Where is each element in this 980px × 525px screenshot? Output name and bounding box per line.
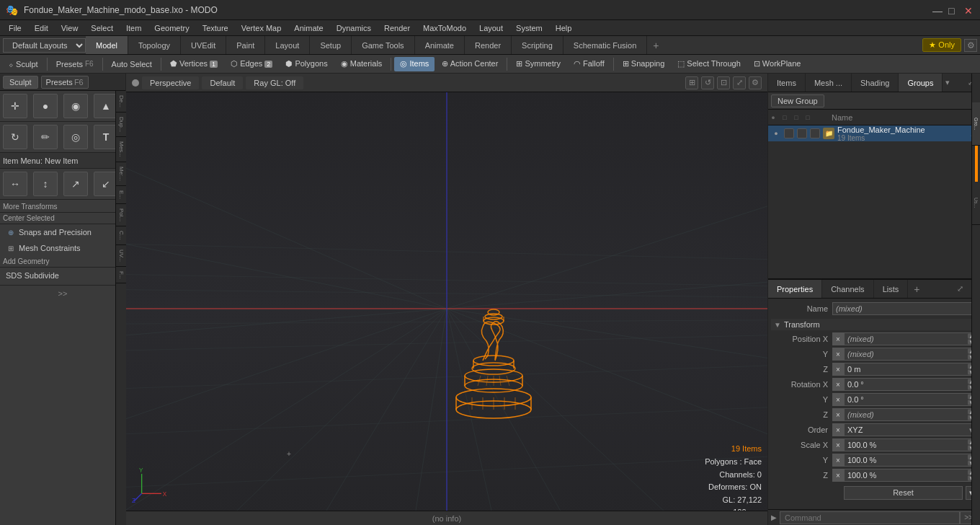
menu-maxtomodo[interactable]: MaxToModo	[417, 22, 472, 34]
tool-sphere[interactable]: ●	[33, 94, 58, 118]
scale-z-lock[interactable]: ×	[832, 469, 844, 482]
toolbar2-symmetry[interactable]: ⊞ Symmetry	[510, 57, 566, 71]
right-tab-gro[interactable]: Gro...	[972, 102, 980, 146]
tool-move[interactable]: ✛	[3, 94, 27, 118]
tab-game-tools[interactable]: Game Tools	[352, 36, 415, 54]
vp-ctrl-expand[interactable]: ⤢	[733, 76, 746, 89]
star-button[interactable]: ★ Only	[922, 38, 961, 52]
side-tab-f[interactable]: F...	[116, 267, 127, 284]
group-item[interactable]: ● 📁 Fondue_Maker_Machine 19 Items ...	[768, 125, 980, 141]
item-menu-row[interactable]: Item Menu: New Item ▾	[0, 153, 125, 169]
toolbar2-edges[interactable]: ⬡ Edges 2	[225, 57, 278, 71]
tab-render[interactable]: Render	[465, 36, 512, 54]
transform-4[interactable]: ↙	[94, 172, 118, 196]
side-tab-e[interactable]: E...	[116, 186, 127, 204]
add-tab-btn[interactable]: +	[647, 36, 664, 54]
tab-schematic-fusion[interactable]: Schematic Fusion	[564, 36, 647, 54]
presets-toolbar-button[interactable]: Presets F6	[50, 57, 99, 71]
rotation-y-value[interactable]: 0.0 ° ▲ ▼	[844, 393, 977, 406]
vp-ctrl-fit[interactable]: ⊡	[717, 76, 730, 89]
tab-setup[interactable]: Setup	[310, 36, 352, 54]
rotation-x-lock[interactable]: ×	[832, 378, 844, 391]
add-geometry[interactable]: Add Geometry ▾	[0, 256, 125, 268]
menu-layout[interactable]: Layout	[473, 22, 509, 34]
order-dropdown[interactable]: XYZ	[844, 423, 977, 436]
transform-header[interactable]: ▼ Transform	[771, 319, 977, 330]
toolbar2-polygons[interactable]: ⬢ Polygons	[280, 57, 333, 71]
toolbar2-falloff[interactable]: ◠ Falloff	[568, 57, 610, 71]
transform-1[interactable]: ↔	[3, 172, 27, 196]
lists-tab[interactable]: Lists	[874, 280, 909, 298]
scale-x-value[interactable]: 100.0 % ▲ ▼	[844, 438, 977, 451]
tool-pen[interactable]: ✏	[33, 125, 58, 149]
toolbar2-snapping[interactable]: ⊞ Snapping	[617, 57, 671, 71]
ray-gl-button[interactable]: Ray GL: Off	[246, 76, 303, 89]
tab-scripting[interactable]: Scripting	[512, 36, 564, 54]
side-tab-dup[interactable]: Dup...	[116, 112, 127, 137]
menu-vertex-map[interactable]: Vertex Map	[236, 22, 288, 34]
sculpt-mode-button[interactable]: ⬦ Sculpt	[3, 57, 44, 71]
viewport-active-indicator[interactable]	[132, 79, 139, 87]
layout-selector[interactable]: Default Layouts	[3, 38, 86, 53]
maximize-button[interactable]: □	[948, 5, 958, 15]
rp-tab-groups[interactable]: Groups	[899, 74, 943, 92]
right-tab-us[interactable]: Us...	[972, 182, 980, 225]
tool-text[interactable]: T	[94, 125, 118, 149]
gear-button[interactable]: ⚙	[964, 39, 977, 52]
tool-smooth[interactable]: ◎	[63, 125, 88, 149]
minimize-button[interactable]: —	[932, 5, 943, 15]
lock-btn-1[interactable]	[784, 128, 794, 138]
more-transforms[interactable]: More Transforms ▾	[0, 201, 125, 213]
rp-tab-dropdown[interactable]: ▾	[943, 78, 953, 87]
position-y-value[interactable]: (mixed) ▲ ▼	[844, 348, 977, 361]
scale-y-lock[interactable]: ×	[832, 454, 844, 467]
position-x-value[interactable]: (mixed) ▲ ▼	[844, 332, 977, 345]
properties-tab[interactable]: Properties	[768, 280, 822, 298]
side-tab-c[interactable]: C...	[116, 226, 127, 244]
default-button[interactable]: Default	[202, 76, 243, 89]
scale-z-value[interactable]: 100.0 % ▲ ▼	[844, 469, 977, 482]
toolbar2-action-center[interactable]: ⊕ Action Center	[436, 57, 504, 71]
add-tab-button[interactable]: +	[908, 283, 925, 295]
tab-model[interactable]: Model	[86, 36, 128, 54]
command-input[interactable]	[780, 511, 960, 524]
side-tab-uv[interactable]: UV...	[116, 245, 127, 267]
menu-select[interactable]: Select	[85, 22, 119, 34]
lock-btn-3[interactable]	[810, 128, 820, 138]
side-tab-de[interactable]: De...	[116, 91, 127, 112]
sculpt-button[interactable]: Sculpt	[3, 76, 38, 89]
tab-paint[interactable]: Paint	[226, 36, 265, 54]
vp-ctrl-settings[interactable]: ⚙	[749, 76, 762, 89]
rp-tab-mesh[interactable]: Mesh ...	[806, 74, 852, 92]
rp-tab-shading[interactable]: Shading	[852, 74, 899, 92]
menu-edit[interactable]: Edit	[29, 22, 54, 34]
channels-tab[interactable]: Channels	[822, 280, 873, 298]
transform-3[interactable]: ↗	[63, 172, 88, 196]
position-x-lock[interactable]: ×	[832, 332, 844, 345]
eye-toggle[interactable]: ●	[771, 130, 781, 137]
menu-animate[interactable]: Animate	[288, 22, 329, 34]
menu-dynamics[interactable]: Dynamics	[331, 22, 377, 34]
rotation-z-lock[interactable]: ×	[832, 408, 844, 421]
position-z-lock[interactable]: ×	[832, 363, 844, 376]
lock-btn-2[interactable]	[797, 128, 807, 138]
toolbar2-materials[interactable]: ◉ Materials	[335, 57, 388, 71]
side-tab-pol[interactable]: Pol...	[116, 204, 127, 226]
menu-geometry[interactable]: Geometry	[148, 22, 195, 34]
tab-uvedit[interactable]: UVEdit	[181, 36, 226, 54]
close-button[interactable]: ✕	[964, 5, 974, 15]
toolbar2-auto-select[interactable]: Auto Select	[106, 57, 158, 71]
snaps-precision[interactable]: ⊕ Snaps and Precision	[0, 224, 125, 240]
toolbar2-items[interactable]: ◎ Items	[394, 57, 435, 71]
rp-tab-items[interactable]: Items	[768, 74, 806, 92]
position-y-lock[interactable]: ×	[832, 348, 844, 361]
rotation-z-value[interactable]: (mixed) ▲ ▼	[844, 408, 977, 421]
tab-topology[interactable]: Topology	[128, 36, 181, 54]
toolbar2-select-through[interactable]: ⬚ Select Through	[672, 57, 746, 71]
tab-layout[interactable]: Layout	[265, 36, 310, 54]
tab-animate[interactable]: Animate	[415, 36, 465, 54]
toolbar2-vertices[interactable]: ⬟ Vertices 1	[164, 57, 223, 71]
tool-cone[interactable]: ▲	[94, 94, 118, 118]
toolbar2-workplane[interactable]: ⊡ WorkPlane	[748, 57, 807, 71]
menu-render[interactable]: Render	[378, 22, 416, 34]
